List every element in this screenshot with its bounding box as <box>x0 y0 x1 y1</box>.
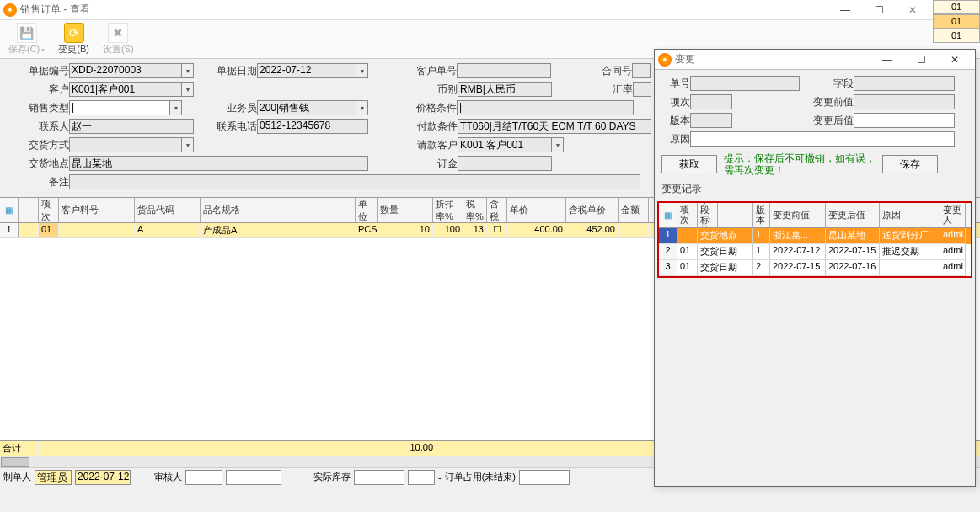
dropdown-icon[interactable]: ▾ <box>356 63 368 78</box>
col-tax[interactable]: 税率% <box>463 198 487 222</box>
side-index-badges: 01 01 01 <box>933 0 980 43</box>
ship-way-label: 交货方式 <box>5 138 69 152</box>
reason-input[interactable] <box>690 131 955 147</box>
window-titlebar: ● 销售订单 - 查看 — ☐ ✕ <box>0 0 933 20</box>
grid-corner[interactable]: ▦ <box>0 198 19 222</box>
col-user[interactable]: 变更人 <box>940 203 966 227</box>
popup-minimize-button[interactable]: — <box>870 50 904 70</box>
pay-cond-field[interactable]: TT060|月结T/T60天 EOM T/T 60 DAYS <box>458 119 651 134</box>
contact-field[interactable]: 赵一 <box>69 119 194 134</box>
dropdown-icon[interactable]: ▾ <box>182 63 194 78</box>
close-button[interactable]: ✕ <box>896 0 929 20</box>
sales-field[interactable]: 200|销售钱 <box>257 100 356 115</box>
hint-text: 提示：保存后不可撤销，如有误，需再次变更！ <box>724 152 876 177</box>
after-label: 变更后值 <box>732 114 854 128</box>
col-ver[interactable]: 版本 <box>753 203 770 227</box>
changelog-title: 变更记录 <box>661 182 968 196</box>
phone-field[interactable]: 0512-12345678 <box>257 119 368 134</box>
popup-save-button[interactable]: 保存 <box>882 155 938 173</box>
cust-no-label: 客户单号 <box>368 64 457 78</box>
col-item[interactable]: 货品代码 <box>135 198 201 222</box>
dropdown-icon[interactable]: ▾ <box>552 137 564 152</box>
remark-field[interactable] <box>69 174 640 189</box>
stock-label: 实际库存 <box>313 471 351 483</box>
col-taxprice[interactable]: 含税单价 <box>566 198 619 222</box>
change-dialog: ● 变更 — ☐ ✕ 单号 字段 项次 变更前值 版本 变更后值 原因 <box>654 49 976 487</box>
settings-button[interactable]: ✖ 设置(S) <box>103 23 134 56</box>
change-button[interactable]: ⟳ 变更(B) <box>58 23 89 56</box>
price-cond-field[interactable]: | <box>457 100 634 115</box>
changelog-header: ▦ 项次 字段标签 版本 变更前值 变更后值 原因 变更人 <box>659 203 971 228</box>
order-no-field[interactable]: XDD-22070003 <box>69 63 182 78</box>
scrollbar-thumb[interactable] <box>1 457 29 467</box>
col-seq[interactable]: 项次 <box>677 203 698 227</box>
col-reason[interactable]: 原因 <box>880 203 940 227</box>
popup-close-button[interactable]: ✕ <box>938 50 972 70</box>
col-before[interactable]: 变更前值 <box>770 203 826 227</box>
doc-field[interactable] <box>690 76 800 91</box>
side-badge[interactable]: 01 <box>933 29 980 43</box>
contract-field[interactable] <box>632 63 651 78</box>
taxinc-checkbox[interactable]: ☐ <box>487 223 507 237</box>
popup-maximize-button[interactable]: ☐ <box>904 50 938 70</box>
seq-field[interactable] <box>690 94 732 109</box>
changelog-grid: ▦ 项次 字段标签 版本 变更前值 变更后值 原因 变更人 1 交货地点 1 浙… <box>657 201 972 278</box>
col-amount[interactable]: 金额 <box>619 198 649 222</box>
creator-field: 管理员 <box>35 470 72 485</box>
rate-field[interactable] <box>633 82 651 97</box>
field-label: 字段 <box>800 77 854 91</box>
col-spec[interactable]: 品名规格 <box>201 198 356 222</box>
dropdown-icon[interactable]: ▾ <box>170 100 182 115</box>
col-disc[interactable]: 折扣率% <box>433 198 463 222</box>
col-tag[interactable]: 字段标签 <box>698 203 718 227</box>
currency-field[interactable]: RMB|人民币 <box>458 82 552 97</box>
side-badge[interactable]: 01 <box>933 0 980 14</box>
ver-label: 版本 <box>661 114 690 128</box>
cust-no-field[interactable] <box>457 63 551 78</box>
phone-label: 联系电话 <box>194 120 257 134</box>
col-price[interactable]: 单价 <box>507 198 566 222</box>
ver-field[interactable] <box>690 113 732 128</box>
dropdown-icon[interactable]: ▾ <box>182 82 194 97</box>
get-button[interactable]: 获取 <box>661 155 717 173</box>
table-row[interactable]: 1 交货地点 1 浙江嘉... 昆山某地 送货到分厂 admi <box>659 228 971 244</box>
after-input[interactable] <box>854 113 955 128</box>
maximize-button[interactable]: ☐ <box>862 0 896 20</box>
grid-corner[interactable]: ▦ <box>659 203 677 227</box>
doc-label: 单号 <box>661 77 690 91</box>
before-field[interactable] <box>854 94 955 109</box>
save-button[interactable]: 💾 保存(C)▾ <box>8 23 45 56</box>
pay-cond-label: 付款条件 <box>368 120 458 134</box>
auditor-field <box>185 470 222 485</box>
dropdown-icon[interactable]: ▾ <box>356 100 368 115</box>
bill-cust-field[interactable]: K001|客户001 <box>458 137 552 152</box>
table-row[interactable]: 3 01 交货日期 2 2022-07-15 2022-07-16 admi <box>659 260 971 276</box>
col-qty[interactable]: 数量 <box>378 198 433 222</box>
price-cond-label: 价格条件 <box>368 101 457 115</box>
order-no-label: 单据编号 <box>5 64 69 78</box>
col-after[interactable]: 变更后值 <box>826 203 880 227</box>
contact-label: 联系人 <box>5 120 69 134</box>
reason-label: 原因 <box>661 132 690 147</box>
changelog-body[interactable]: 1 交货地点 1 浙江嘉... 昆山某地 送货到分厂 admi 2 01 交货日… <box>659 228 971 276</box>
chevron-down-icon: ▾ <box>41 46 45 54</box>
sale-type-field[interactable]: | <box>69 100 170 115</box>
deposit-field[interactable] <box>458 156 552 171</box>
table-row[interactable]: 2 01 交货日期 1 2022-07-12 2022-07-15 推迟交期 a… <box>659 244 971 260</box>
col-seq[interactable]: 项次 <box>39 198 59 222</box>
customer-field[interactable]: K001|客户001 <box>69 82 182 97</box>
minimize-button[interactable]: — <box>828 0 862 20</box>
field-field[interactable] <box>854 76 955 91</box>
ship-loc-label: 交货地点 <box>5 157 69 171</box>
side-badge[interactable]: 01 <box>933 14 980 29</box>
gear-icon: ✖ <box>108 23 128 43</box>
col-unit[interactable]: 单位 <box>356 198 378 222</box>
contract-label: 合同号 <box>551 64 632 78</box>
seq-label: 项次 <box>661 95 690 109</box>
order-date-field[interactable]: 2022-07-12 <box>257 63 356 78</box>
ship-loc-field[interactable]: 昆山某地 <box>69 156 368 171</box>
col-cust-part[interactable]: 客户料号 <box>59 198 135 222</box>
ship-way-field[interactable] <box>69 137 182 152</box>
dropdown-icon[interactable]: ▾ <box>182 137 194 152</box>
col-taxinc[interactable]: 含税 <box>487 198 507 222</box>
